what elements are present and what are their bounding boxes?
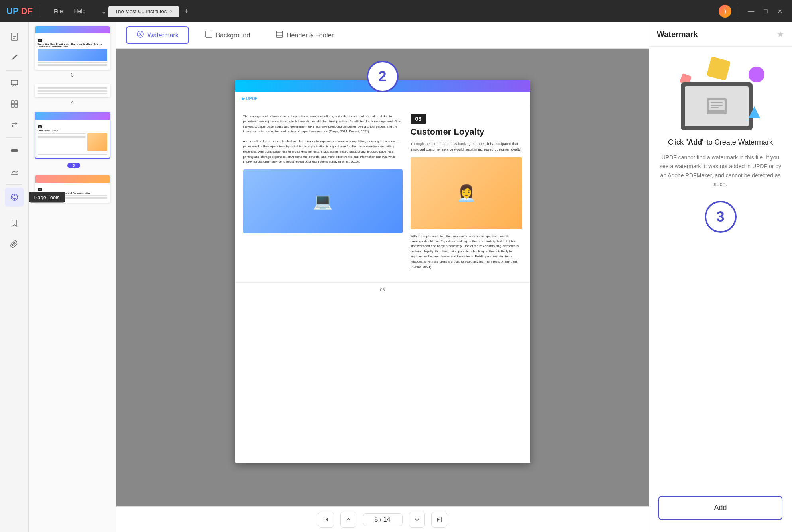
thumb-line bbox=[38, 91, 107, 92]
thumbnail-item-5[interactable]: 03 Customer Loyalty bbox=[32, 112, 113, 168]
toolbar-separator-1 bbox=[6, 70, 22, 71]
click-add-bold: Add bbox=[688, 138, 702, 146]
header-footer-tab-icon bbox=[275, 30, 283, 40]
pdf-section-title: Customer Loyalty bbox=[411, 127, 522, 137]
pdf-body: The management of banks' current operati… bbox=[235, 106, 530, 282]
user-avatar[interactable]: ) bbox=[719, 5, 731, 18]
pdf-section-number: 03 bbox=[411, 114, 426, 124]
maximize-button[interactable]: □ bbox=[761, 6, 771, 16]
thumb-badge: 04 bbox=[38, 188, 43, 191]
right-panel-body: Click "Add" to Create Watermark UPDF can… bbox=[649, 47, 792, 532]
thumb-line bbox=[38, 62, 107, 63]
thumb-line bbox=[38, 87, 107, 88]
watermark-illustration bbox=[677, 59, 764, 130]
window-controls: ) — □ ✕ bbox=[719, 5, 786, 18]
header-footer-tab-label: Header & Footer bbox=[287, 32, 334, 39]
reader-toolbar-btn[interactable] bbox=[5, 27, 24, 46]
svg-rect-19 bbox=[276, 31, 283, 37]
new-tab-button[interactable]: + bbox=[181, 6, 192, 17]
convert-toolbar-btn[interactable] bbox=[5, 115, 24, 134]
wm-element-purple bbox=[749, 67, 764, 82]
header-footer-tab[interactable]: Header & Footer bbox=[266, 27, 343, 43]
sign-toolbar-btn[interactable] bbox=[5, 162, 24, 181]
click-add-text: Click "Add" to Create Watermark bbox=[668, 138, 773, 147]
thumb-title: Promoting Best Practice and Reducing Wor… bbox=[38, 43, 107, 48]
toolbar-separator-2 bbox=[6, 137, 22, 138]
svg-rect-9 bbox=[11, 149, 18, 152]
thumb-badge: 02 bbox=[38, 39, 43, 42]
right-panel-title: Watermark bbox=[657, 30, 698, 39]
page-tools-toolbar-btn[interactable]: Page Tools bbox=[5, 188, 24, 207]
svg-rect-8 bbox=[15, 104, 18, 107]
thumb-image bbox=[38, 49, 107, 61]
thumb-line bbox=[38, 90, 107, 91]
pdf-body-text-1: The management of banks' current operati… bbox=[243, 114, 403, 134]
pdf-person-image: 👩‍💼 bbox=[411, 157, 522, 229]
svg-rect-7 bbox=[11, 104, 14, 107]
menu-bar: File Help bbox=[49, 6, 90, 16]
wm-screen bbox=[685, 86, 749, 126]
thumb-frame-4 bbox=[35, 84, 110, 98]
info-text: UPDF cannot find a watermark in this fil… bbox=[658, 153, 782, 189]
watermark-tab[interactable]: Watermark bbox=[126, 26, 189, 44]
thumbnail-item-4[interactable]: 4 bbox=[32, 84, 113, 106]
tab-area: ⌄ The Most C...Institutes × + bbox=[101, 6, 714, 17]
thumb-line bbox=[38, 64, 107, 65]
organize-toolbar-btn[interactable] bbox=[5, 94, 24, 114]
comment-toolbar-btn[interactable] bbox=[5, 74, 24, 93]
thumb-badge: 03 bbox=[38, 125, 43, 128]
pdf-laptop-image: 💻 bbox=[243, 169, 403, 233]
prev-page-button[interactable] bbox=[340, 512, 356, 528]
thumb-line bbox=[38, 154, 107, 155]
pdf-logo-bar: ▶ UPDF bbox=[235, 92, 530, 106]
active-tab[interactable]: The Most C...Institutes × bbox=[108, 6, 179, 17]
separator bbox=[41, 6, 41, 17]
left-toolbar: Page Tools bbox=[0, 22, 29, 532]
thumb-page-number: 4 bbox=[71, 100, 74, 105]
page-tools-tooltip: Page Tools bbox=[29, 192, 65, 203]
wm-element-yellow bbox=[706, 56, 731, 80]
page-indicator[interactable]: 5 / 14 bbox=[363, 513, 403, 526]
thumb-line bbox=[38, 153, 107, 153]
attachment-toolbar-btn[interactable] bbox=[5, 234, 24, 253]
thumb-image bbox=[87, 133, 107, 151]
add-watermark-button[interactable]: Add bbox=[658, 496, 782, 520]
background-tab-icon bbox=[205, 30, 213, 40]
thumb-line bbox=[38, 93, 107, 94]
current-page: 5 bbox=[374, 516, 378, 523]
center-area: Watermark Background Header & Footer 2 bbox=[116, 22, 649, 532]
page-tools-bar: Watermark Background Header & Footer bbox=[116, 22, 649, 49]
pdf-updf-logo: ▶ UPDF bbox=[242, 96, 258, 101]
pdf-right-text-1: Through the use of paperless banking met… bbox=[411, 141, 522, 153]
main-layout: Page Tools 02 Promoting Best Practice an… bbox=[0, 22, 792, 532]
next-page-button[interactable] bbox=[409, 512, 425, 528]
thumbnail-item-3[interactable]: 02 Promoting Best Practice and Reducing … bbox=[32, 26, 113, 78]
menu-file[interactable]: File bbox=[49, 6, 68, 16]
background-tab[interactable]: Background bbox=[195, 27, 259, 43]
app-logo: UPDF bbox=[6, 6, 33, 16]
menu-help[interactable]: Help bbox=[69, 6, 90, 16]
last-page-button[interactable] bbox=[431, 512, 447, 528]
edit-toolbar-btn[interactable] bbox=[5, 48, 24, 67]
thumb-page-number: 3 bbox=[71, 72, 74, 78]
right-panel-header: Watermark ★ bbox=[649, 22, 792, 47]
minimize-button[interactable]: — bbox=[745, 6, 757, 16]
thumb-line bbox=[38, 135, 86, 135]
dropdown-icon[interactable]: ⌄ bbox=[101, 8, 106, 15]
watermark-tab-icon bbox=[136, 30, 144, 40]
tab-close-button[interactable]: × bbox=[170, 9, 173, 14]
right-panel: Watermark ★ Click "Add" to Create Waterm… bbox=[649, 22, 792, 532]
close-button[interactable]: ✕ bbox=[774, 6, 786, 17]
favorite-star-icon[interactable]: ★ bbox=[777, 29, 784, 39]
svg-rect-5 bbox=[11, 101, 14, 104]
logo-df: DF bbox=[21, 6, 33, 16]
pdf-body-text-2: As a result of the pressure, banks have … bbox=[243, 139, 403, 165]
thumb-selected-badge: 5 bbox=[67, 163, 80, 168]
bookmark-toolbar-btn[interactable] bbox=[5, 214, 24, 233]
first-page-button[interactable] bbox=[318, 512, 334, 528]
redact-toolbar-btn[interactable] bbox=[5, 141, 24, 160]
pdf-right-text-2: With the implementation, the company's c… bbox=[411, 234, 522, 270]
svg-rect-6 bbox=[15, 101, 18, 104]
pdf-person-icon: 👩‍💼 bbox=[411, 157, 522, 229]
step-2-indicator: 2 bbox=[367, 61, 399, 92]
